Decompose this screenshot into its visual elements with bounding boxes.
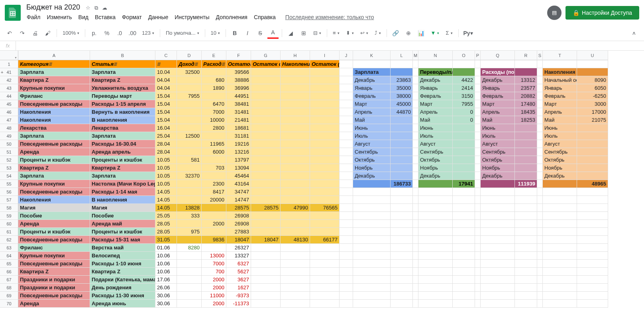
cell[interactable]: 0 [453, 108, 475, 116]
cell[interactable] [251, 140, 281, 148]
cell[interactable] [353, 220, 391, 228]
cell[interactable] [391, 300, 413, 308]
cell[interactable] [391, 212, 413, 220]
cell[interactable]: 23577 [515, 84, 537, 92]
cell[interactable] [537, 236, 543, 244]
cell[interactable] [577, 156, 608, 164]
cell[interactable] [353, 212, 391, 220]
cell[interactable] [453, 140, 475, 148]
cell[interactable]: 6470 [202, 100, 226, 108]
cell[interactable]: Расходы 15-31 мая [90, 236, 155, 244]
cell[interactable] [537, 276, 543, 284]
cell[interactable]: 15.04 [155, 92, 177, 100]
cell[interactable] [310, 220, 340, 228]
cell[interactable] [177, 116, 202, 124]
cell[interactable]: 43164 [226, 180, 251, 188]
cell[interactable] [413, 220, 418, 228]
col-header-P[interactable]: P [475, 51, 481, 60]
cell[interactable] [177, 252, 202, 260]
cell[interactable]: 38000 [391, 92, 413, 100]
cell[interactable]: 18047 [251, 236, 281, 244]
cell[interactable] [577, 68, 608, 76]
cell[interactable] [391, 228, 413, 236]
row-header[interactable]: 65 [0, 260, 18, 268]
cell[interactable]: Январь [418, 84, 453, 92]
cell[interactable] [475, 124, 481, 132]
cell[interactable] [281, 76, 310, 84]
cell[interactable]: 35000 [391, 84, 413, 92]
cell[interactable]: Сентябрь [353, 148, 391, 156]
cell[interactable]: Июль [418, 132, 453, 140]
filter-header[interactable] [155, 60, 177, 68]
cell[interactable]: Август [543, 140, 577, 148]
cell[interactable]: 34747 [226, 188, 251, 196]
cell[interactable]: Сентябрь [418, 148, 453, 156]
cell[interactable] [177, 148, 202, 156]
cell[interactable] [310, 244, 340, 252]
strike-icon[interactable]: S [255, 28, 266, 39]
cell[interactable] [577, 268, 608, 276]
cell[interactable]: 7955 [453, 100, 475, 108]
cell[interactable]: 15.04 [155, 108, 177, 116]
cell[interactable] [340, 260, 353, 268]
cell[interactable]: Май [543, 116, 577, 124]
cell[interactable] [281, 116, 310, 124]
cell[interactable] [413, 124, 418, 132]
cell[interactable] [475, 100, 481, 108]
cell[interactable] [481, 252, 515, 260]
cell[interactable] [391, 244, 413, 252]
cell[interactable]: В накопления [90, 196, 155, 204]
cell[interactable] [310, 92, 340, 100]
cell[interactable]: Накопления [543, 68, 577, 76]
cell[interactable] [353, 244, 391, 252]
cell[interactable] [515, 276, 537, 284]
cell[interactable] [481, 260, 515, 268]
cell[interactable] [340, 116, 353, 124]
cell[interactable] [475, 228, 481, 236]
row-header[interactable]: 1 [0, 60, 18, 68]
cell[interactable]: 2000 [202, 300, 226, 308]
cell[interactable] [537, 188, 543, 196]
cell[interactable] [413, 76, 418, 84]
cell[interactable] [281, 228, 310, 236]
collapse-toolbar-icon[interactable]: ʌ [628, 30, 640, 36]
cell[interactable]: Квартира Z [18, 268, 90, 276]
cell[interactable]: Ноябрь [543, 164, 577, 172]
cell[interactable]: День рождения [90, 284, 155, 292]
cell[interactable] [391, 156, 413, 164]
cell[interactable] [475, 68, 481, 76]
cell[interactable]: 28.05 [155, 220, 177, 228]
cell[interactable] [543, 228, 577, 236]
cell[interactable] [353, 180, 391, 188]
font-size[interactable]: 10 [208, 28, 222, 39]
cell[interactable]: Октябрь [353, 156, 391, 164]
cell[interactable]: 44870 [391, 108, 413, 116]
cell[interactable] [475, 252, 481, 260]
cell[interactable] [577, 276, 608, 284]
cell[interactable] [281, 284, 310, 292]
cell[interactable] [453, 188, 475, 196]
cell[interactable]: 3000 [577, 100, 608, 108]
row-header[interactable]: 54 [0, 172, 18, 180]
cell[interactable]: 703 [202, 164, 226, 172]
cell[interactable] [537, 220, 543, 228]
cell[interactable]: Повседневные расходы [18, 140, 90, 148]
cell[interactable]: 7000 [202, 108, 226, 116]
cell[interactable] [391, 284, 413, 292]
cell[interactable]: Лекарства [90, 124, 155, 132]
cell[interactable] [413, 140, 418, 148]
cell[interactable] [310, 260, 340, 268]
cell[interactable]: Повседневные расходы [18, 292, 90, 300]
cell[interactable]: Зарплата [90, 68, 155, 76]
cell[interactable] [453, 228, 475, 236]
cell[interactable] [251, 84, 281, 92]
cell[interactable] [515, 164, 537, 172]
cell[interactable] [340, 132, 353, 140]
cell[interactable] [515, 68, 537, 76]
cell[interactable] [515, 292, 537, 300]
cell[interactable] [537, 300, 543, 308]
cell[interactable] [515, 188, 537, 196]
cell[interactable] [543, 220, 577, 228]
cell[interactable]: 186733 [391, 180, 413, 188]
filter-icon[interactable]: ▼ [428, 28, 442, 39]
